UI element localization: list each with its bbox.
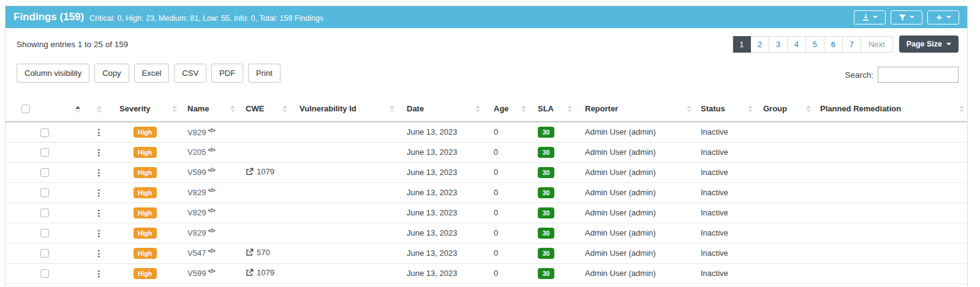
finding-name-link[interactable]: V829 bbox=[187, 188, 206, 198]
finding-status: Inactive bbox=[701, 248, 728, 258]
download-dropdown-button[interactable] bbox=[854, 10, 886, 24]
sla-badge: 30 bbox=[538, 248, 554, 259]
caret-down-icon bbox=[873, 16, 878, 18]
excel-button[interactable]: Excel bbox=[134, 64, 170, 83]
sla-badge: 30 bbox=[538, 228, 554, 239]
severity-badge: High bbox=[134, 248, 157, 259]
print-button[interactable]: Print bbox=[248, 64, 281, 83]
pagination-page-7[interactable]: 7 bbox=[843, 36, 861, 53]
column-header-id[interactable] bbox=[67, 96, 88, 122]
external-link-icon bbox=[246, 168, 254, 176]
kebab-menu-icon[interactable]: ⋮ bbox=[95, 208, 104, 218]
row-select-checkbox[interactable] bbox=[40, 249, 49, 258]
pagination-page-4[interactable]: 4 bbox=[788, 36, 806, 53]
sort-icon bbox=[282, 105, 287, 113]
code-icon: </> bbox=[208, 248, 215, 254]
finding-date: June 13, 2023 bbox=[407, 188, 457, 197]
sort-asc-icon bbox=[75, 106, 80, 113]
findings-table: Severity Name CWE Vulnerability Id Date … bbox=[6, 96, 967, 284]
finding-name-link[interactable]: V205 bbox=[187, 148, 206, 157]
header-actions bbox=[854, 10, 959, 24]
row-select-checkbox[interactable] bbox=[40, 148, 49, 157]
pdf-button[interactable]: PDF bbox=[211, 64, 243, 83]
column-header-cwe[interactable]: CWE bbox=[238, 96, 290, 122]
finding-age: 0 bbox=[494, 147, 498, 157]
finding-name-link[interactable]: V829 bbox=[187, 128, 206, 137]
finding-name-link[interactable]: V599 bbox=[187, 168, 206, 177]
select-all-checkbox[interactable] bbox=[21, 105, 30, 113]
column-header-sla[interactable]: SLA bbox=[529, 96, 575, 122]
code-icon: </> bbox=[208, 127, 215, 133]
sort-icon bbox=[806, 105, 811, 113]
table-header-row: Severity Name CWE Vulnerability Id Date … bbox=[6, 96, 967, 122]
download-icon bbox=[862, 13, 870, 21]
kebab-menu-icon[interactable]: ⋮ bbox=[95, 168, 104, 177]
sla-badge: 30 bbox=[538, 268, 554, 279]
finding-row: ⋮HighV547</>570June 13, 2023030Admin Use… bbox=[6, 243, 967, 263]
column-header-vulnerability-id[interactable]: Vulnerability Id bbox=[290, 96, 398, 122]
column-header-status[interactable]: Status bbox=[695, 96, 756, 122]
kebab-menu-icon[interactable]: ⋮ bbox=[95, 127, 104, 137]
row-select-checkbox[interactable] bbox=[40, 188, 49, 197]
caret-down-icon bbox=[910, 16, 914, 18]
column-header-date[interactable]: Date bbox=[398, 96, 483, 122]
finding-name-link[interactable]: V829 bbox=[187, 229, 206, 238]
column-header-select bbox=[6, 96, 67, 122]
column-header-name[interactable]: Name bbox=[180, 96, 238, 122]
finding-age: 0 bbox=[494, 228, 498, 237]
row-select-checkbox[interactable] bbox=[40, 129, 49, 137]
finding-reporter: Admin User (admin) bbox=[585, 127, 656, 136]
finding-name-link[interactable]: V547 bbox=[187, 249, 206, 258]
cwe-number: 1079 bbox=[257, 268, 274, 277]
page-size-button[interactable]: Page Size bbox=[899, 35, 959, 53]
row-select-checkbox[interactable] bbox=[40, 168, 49, 177]
filter-icon bbox=[899, 13, 907, 21]
pagination-page-2[interactable]: 2 bbox=[751, 36, 769, 53]
column-visibility-button[interactable]: Column visibility bbox=[17, 64, 89, 83]
code-icon: </> bbox=[208, 207, 215, 214]
search-input[interactable] bbox=[878, 67, 959, 83]
kebab-menu-icon[interactable]: ⋮ bbox=[95, 147, 104, 157]
row-select-checkbox[interactable] bbox=[40, 229, 49, 237]
finding-age: 0 bbox=[494, 269, 498, 278]
kebab-menu-icon[interactable]: ⋮ bbox=[95, 188, 104, 198]
column-header-actions[interactable] bbox=[88, 96, 110, 122]
cwe-link[interactable]: 570 bbox=[246, 248, 270, 257]
sla-badge: 30 bbox=[538, 187, 554, 198]
kebab-menu-icon[interactable]: ⋮ bbox=[95, 228, 104, 238]
csv-button[interactable]: CSV bbox=[174, 64, 206, 83]
finding-reporter: Admin User (admin) bbox=[585, 168, 656, 177]
pagination-page-1[interactable]: 1 bbox=[733, 36, 751, 53]
cwe-link[interactable]: 1079 bbox=[246, 268, 274, 277]
finding-name-link[interactable]: V599 bbox=[187, 269, 206, 278]
finding-age: 0 bbox=[494, 168, 498, 177]
pagination-page-5[interactable]: 5 bbox=[806, 36, 824, 53]
column-header-group[interactable]: Group bbox=[756, 96, 814, 122]
column-header-severity[interactable]: Severity bbox=[110, 96, 180, 122]
finding-reporter: Admin User (admin) bbox=[585, 147, 656, 157]
finding-name-link[interactable]: V829 bbox=[187, 209, 206, 218]
add-dropdown-button[interactable] bbox=[927, 10, 959, 24]
pagination-next[interactable]: Next bbox=[861, 36, 893, 53]
caret-down-icon bbox=[946, 43, 951, 45]
row-select-checkbox[interactable] bbox=[40, 269, 49, 278]
entries-pagination-row: Showing entries 1 to 25 of 159 1234567Ne… bbox=[6, 28, 967, 53]
column-header-planned-remediation[interactable]: Planned Remediation bbox=[814, 96, 967, 122]
finding-age: 0 bbox=[494, 208, 498, 217]
pagination-page-6[interactable]: 6 bbox=[824, 36, 843, 53]
finding-date: June 13, 2023 bbox=[407, 168, 457, 177]
row-select-checkbox[interactable] bbox=[40, 209, 49, 217]
filter-dropdown-button[interactable] bbox=[891, 10, 922, 24]
finding-date: June 13, 2023 bbox=[407, 147, 457, 157]
pagination-page-3[interactable]: 3 bbox=[769, 36, 788, 53]
finding-reporter: Admin User (admin) bbox=[585, 228, 656, 237]
panel-header: Findings (159) Critical: 0, High: 23, Me… bbox=[6, 6, 967, 28]
column-header-age[interactable]: Age bbox=[483, 96, 529, 122]
copy-button[interactable]: Copy bbox=[94, 64, 129, 83]
sort-icon bbox=[748, 105, 753, 113]
cwe-link[interactable]: 1079 bbox=[246, 167, 274, 176]
kebab-menu-icon[interactable]: ⋮ bbox=[95, 248, 104, 258]
kebab-menu-icon[interactable]: ⋮ bbox=[95, 269, 104, 278]
sla-badge: 30 bbox=[538, 207, 554, 218]
column-header-reporter[interactable]: Reporter bbox=[575, 96, 695, 122]
